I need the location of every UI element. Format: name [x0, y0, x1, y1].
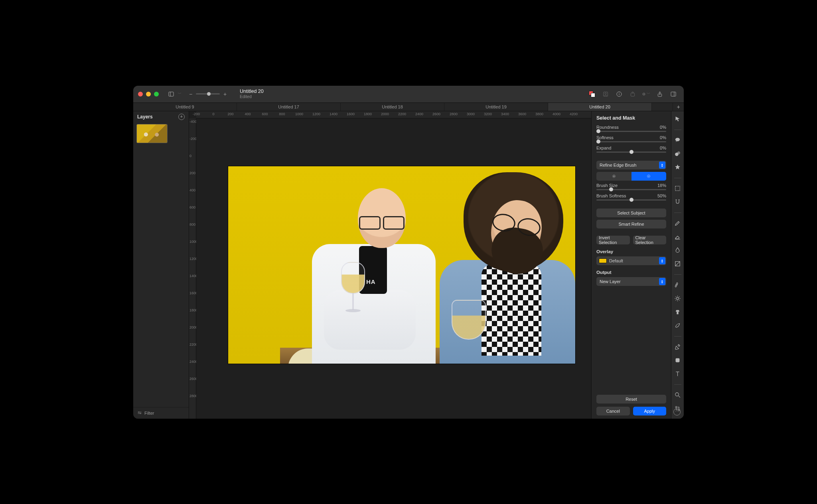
freeform-select-tool[interactable]: [674, 136, 682, 144]
svg-line-50: [679, 396, 680, 398]
svg-rect-45: [677, 312, 678, 314]
sidebar-toggle-button[interactable]: [167, 90, 176, 98]
tab-untitled-18[interactable]: Untitled 18: [341, 103, 444, 111]
smart-refine-button[interactable]: Smart Refine: [596, 220, 666, 228]
inspector-toggle-button[interactable]: [669, 90, 677, 98]
extensions-button[interactable]: [629, 90, 637, 98]
share-button[interactable]: [656, 90, 664, 98]
type-tool[interactable]: [674, 370, 682, 378]
minimize-window-button[interactable]: [146, 92, 151, 96]
separator: [674, 178, 681, 178]
output-select[interactable]: New Layer ▴▾: [596, 277, 666, 286]
layer-thumbnail[interactable]: [136, 124, 168, 143]
roundness-value: 0%: [660, 125, 666, 130]
brush-size-slider[interactable]: [596, 189, 666, 190]
expand-label: Expand: [596, 146, 611, 150]
output-section-label: Output: [596, 270, 666, 275]
info-button[interactable]: [615, 90, 623, 98]
select-arrows-icon: ▴▾: [659, 161, 665, 169]
pen-tool[interactable]: [674, 343, 682, 351]
select-and-mask-panel: Select and Mask Roundness0% Softness0% E…: [591, 111, 671, 419]
cancel-button[interactable]: Cancel: [596, 407, 630, 415]
brush-subtract-option[interactable]: [631, 172, 667, 181]
erase-tool[interactable]: [674, 233, 682, 241]
color-swatch-button[interactable]: [588, 90, 596, 98]
svg-point-28: [677, 152, 680, 154]
fill-tool[interactable]: [674, 246, 682, 254]
brush-add-subtract-segment[interactable]: [596, 172, 666, 181]
svg-rect-46: [676, 358, 680, 362]
panel-title: Select and Mask: [596, 115, 666, 121]
zoom-out-button[interactable]: −: [188, 91, 193, 97]
quick-select-tool[interactable]: [674, 163, 682, 171]
brush-add-option[interactable]: [596, 172, 631, 181]
panel-options-button[interactable]: ⋯: [673, 408, 681, 415]
tab-untitled-20[interactable]: Untitled 20: [548, 103, 652, 111]
gradient-tool[interactable]: [674, 260, 682, 268]
expand-control: Expand0%: [596, 146, 666, 153]
svg-point-6: [619, 93, 620, 93]
softness-control: Softness0%: [596, 135, 666, 142]
person-crop-button[interactable]: [602, 90, 610, 98]
color-select-tool[interactable]: [674, 150, 682, 158]
shape-tool[interactable]: [674, 356, 682, 364]
brush-softness-slider[interactable]: [596, 199, 666, 201]
magnetic-select-tool[interactable]: [674, 198, 682, 206]
sidebar-menu-chevron-icon[interactable]: ﹀: [178, 91, 182, 96]
smudge-tool[interactable]: [674, 322, 682, 330]
layers-panel-header: Layers +: [133, 111, 189, 122]
invert-selection-button[interactable]: Invert Selection: [596, 236, 630, 244]
tab-untitled-19[interactable]: Untitled 19: [444, 103, 548, 111]
select-subject-button[interactable]: Select Subject: [596, 209, 666, 217]
svg-point-36: [677, 297, 679, 300]
close-window-button[interactable]: [138, 92, 143, 96]
add-layer-button[interactable]: +: [178, 114, 185, 120]
tab-untitled-9[interactable]: Untitled 9: [133, 103, 237, 111]
reset-button[interactable]: Reset: [596, 395, 666, 404]
image-canvas[interactable]: [228, 166, 575, 364]
paint-tool[interactable]: [674, 219, 682, 227]
svg-point-19: [140, 413, 141, 414]
svg-rect-8: [632, 92, 633, 93]
tab-untitled-17[interactable]: Untitled 17: [237, 103, 341, 111]
svg-rect-14: [671, 92, 676, 96]
lighten-tool[interactable]: [674, 295, 682, 303]
window-controls: [138, 92, 159, 96]
horizontal-ruler[interactable]: -200020040060080010001200140016001800200…: [196, 111, 591, 118]
tool-strip: [671, 111, 684, 419]
svg-line-44: [676, 300, 676, 300]
brush-mode-value: Refine Edge Brush: [600, 163, 636, 167]
brush-size-label: Brush Size: [596, 183, 618, 188]
softness-slider[interactable]: [596, 141, 666, 142]
main-body: Layers + Filter -20002004006008001000120…: [133, 111, 684, 419]
brush-size-value: 18%: [657, 183, 666, 188]
brush-mode-select[interactable]: Refine Edge Brush ▴▾: [596, 161, 666, 169]
overlay-select[interactable]: Default ▴▾: [596, 256, 666, 265]
marquee-tool[interactable]: [674, 185, 682, 193]
overlay-color-swatch: [599, 258, 607, 263]
zoom-tool[interactable]: [674, 391, 682, 399]
svg-rect-29: [675, 186, 680, 191]
svg-point-12: [644, 94, 645, 94]
separator: [674, 274, 681, 275]
apply-button[interactable]: Apply: [633, 407, 667, 415]
vertical-ruler[interactable]: -400-20002004006008001000120014001600180…: [189, 118, 196, 419]
layers-filter-button[interactable]: Filter: [133, 407, 189, 419]
svg-line-43: [679, 297, 679, 297]
roundness-slider[interactable]: [596, 131, 666, 132]
zoom-slider[interactable]: [196, 93, 220, 94]
brush-size-control: Brush Size18%: [596, 183, 666, 190]
clear-selection-button[interactable]: Clear Selection: [633, 236, 667, 244]
expand-slider[interactable]: [596, 152, 666, 153]
svg-point-10: [643, 94, 643, 94]
fullscreen-window-button[interactable]: [154, 92, 159, 96]
repair-tool[interactable]: [674, 281, 682, 289]
clone-tool[interactable]: [674, 308, 682, 316]
separator: [674, 336, 681, 337]
arrow-tool[interactable]: [674, 115, 682, 123]
more-menu-button[interactable]: ﹀: [642, 90, 650, 98]
separator: [674, 213, 681, 213]
zoom-in-button[interactable]: +: [222, 91, 228, 97]
new-tab-button[interactable]: +: [673, 103, 684, 111]
canvas-viewport[interactable]: [196, 118, 591, 419]
